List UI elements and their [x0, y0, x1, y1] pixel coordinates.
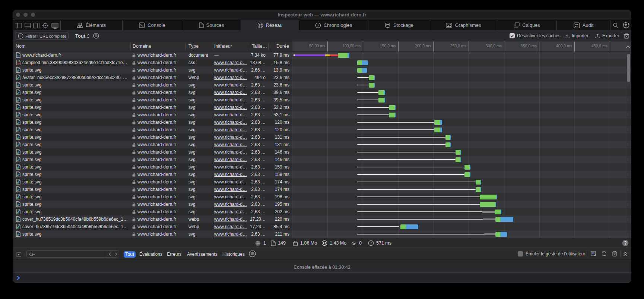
- svg-text:JS: JS: [592, 252, 594, 254]
- svg-text:?: ?: [624, 240, 626, 246]
- svg-text:<>: <>: [17, 54, 20, 57]
- svg-text:css: css: [17, 62, 20, 64]
